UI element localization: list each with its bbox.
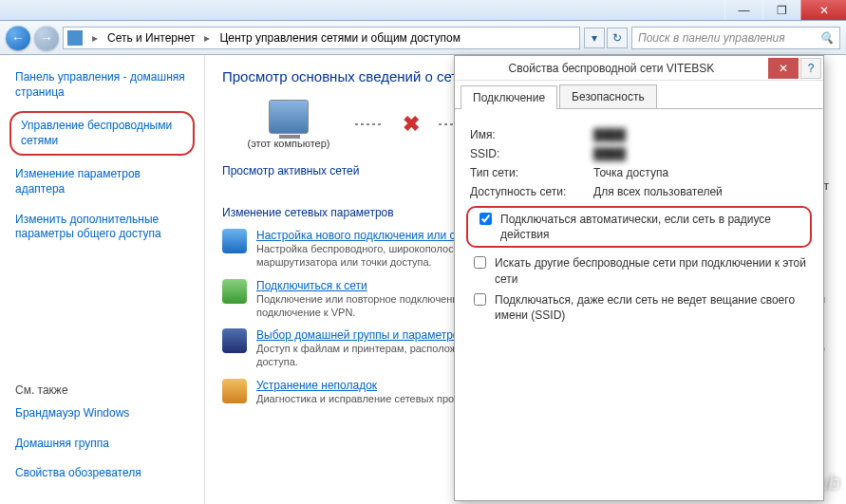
breadcrumb-network[interactable]: Сеть и Интернет xyxy=(107,31,195,45)
checkbox-auto-connect[interactable] xyxy=(479,213,492,225)
this-pc-label: (этот компьютер) xyxy=(241,138,336,149)
homegroup-icon xyxy=(222,328,247,353)
window-chrome: — ❐ ✕ xyxy=(0,0,846,21)
prop-type-value: Точка доступа xyxy=(593,166,668,179)
tab-security[interactable]: Безопасность xyxy=(559,84,657,108)
wireless-properties-dialog: Свойства беспроводной сети VITEBSK ✕ ? П… xyxy=(454,55,824,501)
dialog-title: Свойства беспроводной сети VITEBSK xyxy=(455,62,768,75)
maximize-button[interactable]: ❐ xyxy=(762,0,800,20)
breadcrumb-sharing-center[interactable]: Центр управления сетями и общим доступом xyxy=(219,31,461,45)
checkbox-auto-connect-row: Подключаться автоматически, если сеть в … xyxy=(466,206,812,248)
prop-name-value: ████ xyxy=(593,128,626,141)
checkbox-other-networks-row: Искать другие беспроводные сети при подк… xyxy=(470,255,808,286)
dialog-help-button[interactable]: ? xyxy=(800,58,821,79)
dialog-body: Имя: ████ SSID: ████ Тип сети: Точка дос… xyxy=(455,109,823,342)
checkbox-auto-connect-label: Подключаться автоматически, если сеть в … xyxy=(500,212,802,242)
checkbox-hidden-ssid[interactable] xyxy=(474,293,486,306)
search-placeholder: Поиск в панели управления xyxy=(638,31,785,45)
see-also-label: См. также xyxy=(15,383,189,397)
connect-network-icon xyxy=(222,279,247,304)
checkbox-hidden-ssid-label: Подключаться, даже если сеть не ведет ве… xyxy=(495,292,808,323)
control-panel-icon xyxy=(67,30,83,46)
sidebar-home[interactable]: Панель управления - домашняя страница xyxy=(9,66,195,103)
address-dropdown[interactable]: ▾ xyxy=(584,28,605,48)
minimize-button[interactable]: — xyxy=(724,0,762,20)
prop-type-label: Тип сети: xyxy=(470,166,593,179)
prop-avail-value: Для всех пользователей xyxy=(593,185,723,198)
back-button[interactable]: ← xyxy=(6,26,30,50)
crumb-sep-icon: ▸ xyxy=(200,31,214,45)
computer-icon xyxy=(269,100,309,134)
search-input[interactable]: Поиск в панели управления 🔍 xyxy=(631,27,840,49)
network-node-this-pc: (этот компьютер) xyxy=(241,100,336,149)
sidebar-internet-options[interactable]: Свойства обозревателя xyxy=(9,462,195,485)
dialog-close-button[interactable]: ✕ xyxy=(768,58,799,79)
close-button[interactable]: ✕ xyxy=(800,0,846,20)
sidebar: Панель управления - домашняя страница Уп… xyxy=(0,55,205,504)
address-bar: ← → ▸ Сеть и Интернет ▸ Центр управления… xyxy=(0,21,846,55)
disconnected-icon: ✖ xyxy=(403,112,420,137)
checkbox-other-networks[interactable] xyxy=(474,256,486,269)
sidebar-firewall[interactable]: Брандмауэр Windows xyxy=(9,402,195,425)
sidebar-wireless[interactable]: Управление беспроводными сетями xyxy=(9,111,195,156)
crumb-sep-icon: ▸ xyxy=(88,31,102,45)
dialog-titlebar: Свойства беспроводной сети VITEBSK ✕ ? xyxy=(455,56,823,81)
net-connector-line xyxy=(355,123,384,125)
prop-ssid-value: ████ xyxy=(593,147,626,160)
sidebar-adapter[interactable]: Изменение параметров адаптера xyxy=(9,163,195,200)
troubleshoot-icon xyxy=(222,379,247,403)
dialog-tabs: Подключение Безопасность xyxy=(455,81,823,109)
sidebar-sharing[interactable]: Изменить дополнительные параметры общего… xyxy=(9,209,195,246)
prop-avail-label: Доступность сети: xyxy=(470,185,593,198)
refresh-button[interactable]: ↻ xyxy=(607,28,628,48)
prop-ssid-label: SSID: xyxy=(470,147,593,160)
new-connection-icon xyxy=(222,229,247,253)
tab-connection[interactable]: Подключение xyxy=(461,85,557,109)
prop-name-label: Имя: xyxy=(470,128,593,141)
forward-button[interactable]: → xyxy=(34,26,59,50)
checkbox-other-networks-label: Искать другие беспроводные сети при подк… xyxy=(495,255,808,286)
sidebar-homegroup[interactable]: Домашняя группа xyxy=(9,433,195,456)
checkbox-hidden-ssid-row: Подключаться, даже если сеть не ведет ве… xyxy=(470,292,808,323)
address-field[interactable]: ▸ Сеть и Интернет ▸ Центр управления сет… xyxy=(63,27,580,49)
search-icon: 🔍 xyxy=(819,31,834,45)
